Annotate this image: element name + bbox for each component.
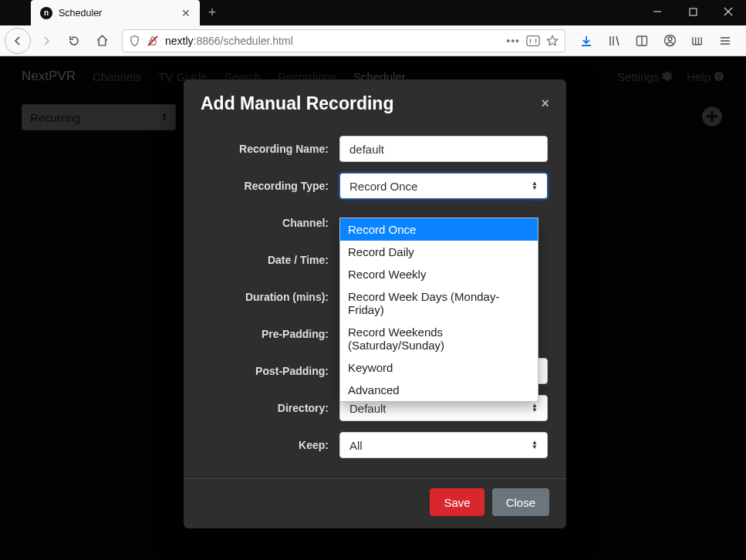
forward-button	[34, 29, 59, 53]
sidebar-icon[interactable]	[629, 29, 655, 53]
page-content: NextPVR Channels TV Guide Search Recordi…	[0, 56, 746, 560]
browser-tab[interactable]: n Scheduler ✕	[31, 0, 200, 25]
option-record-once[interactable]: Record Once	[340, 218, 538, 241]
svg-rect-1	[690, 8, 697, 15]
option-record-weekends[interactable]: Record Weekends (Saturday/Sunday)	[340, 321, 538, 356]
svg-point-10	[668, 37, 672, 41]
label-duration: Duration (mins):	[202, 291, 339, 303]
modal-footer: Save Close	[184, 478, 566, 516]
select-arrows-icon: ▲▼	[532, 403, 538, 413]
select-arrows-icon: ▲▼	[532, 181, 538, 191]
tab-title: Scheduler	[59, 8, 175, 19]
label-recording-type: Recording Type:	[202, 180, 339, 192]
label-recording-name: Recording Name:	[202, 143, 339, 155]
modal-close-icon[interactable]: ×	[541, 96, 549, 112]
library-icon[interactable]	[601, 29, 627, 53]
menu-icon[interactable]	[712, 29, 738, 53]
option-record-weekdays[interactable]: Record Week Days (Monday-Friday)	[340, 285, 538, 321]
insecure-lock-icon[interactable]	[147, 35, 159, 47]
add-manual-recording-modal: Add Manual Recording × Recording Name: d…	[184, 79, 566, 528]
label-keep: Keep:	[202, 439, 339, 451]
recording-type-dropdown: Record Once Record Daily Record Weekly R…	[339, 218, 538, 402]
extension-icon[interactable]	[684, 29, 711, 53]
option-keyword[interactable]: Keyword	[340, 356, 538, 379]
page-action-icon[interactable]: •••	[506, 35, 520, 47]
new-tab-button[interactable]: +	[200, 0, 224, 25]
close-button[interactable]: Close	[492, 488, 549, 516]
reload-button[interactable]	[62, 29, 86, 53]
label-channel: Channel:	[202, 217, 339, 229]
account-icon[interactable]	[657, 29, 683, 53]
bookmark-star-icon[interactable]	[546, 35, 559, 47]
home-button[interactable]	[89, 29, 114, 53]
favicon-icon: n	[40, 7, 52, 19]
modal-header: Add Manual Recording ×	[184, 79, 566, 122]
toolbar-right	[573, 29, 741, 53]
tab-strip: n Scheduler ✕ +	[0, 0, 224, 25]
save-button[interactable]: Save	[430, 488, 484, 516]
window-close-button[interactable]	[711, 0, 746, 23]
browser-titlebar: n Scheduler ✕ +	[0, 0, 746, 25]
close-tab-icon[interactable]: ✕	[181, 7, 191, 19]
shield-icon[interactable]	[129, 35, 140, 47]
downloads-icon[interactable]	[573, 29, 599, 53]
window-minimize-button[interactable]	[640, 0, 675, 23]
label-date-time: Date / Time:	[202, 254, 339, 266]
input-recording-name[interactable]: default	[339, 136, 548, 162]
option-advanced[interactable]: Advanced	[340, 379, 538, 401]
modal-title: Add Manual Recording	[201, 93, 393, 114]
select-recording-type[interactable]: Record Once ▲▼	[339, 173, 548, 199]
window-controls	[640, 0, 746, 23]
option-record-daily[interactable]: Record Daily	[340, 241, 538, 263]
svg-rect-6	[527, 35, 539, 46]
option-record-weekly[interactable]: Record Weekly	[340, 263, 538, 285]
select-keep[interactable]: All ▲▼	[339, 432, 548, 458]
window-maximize-button[interactable]	[675, 0, 711, 23]
select-arrows-icon: ▲▼	[532, 440, 538, 450]
back-button[interactable]	[5, 28, 31, 54]
label-post-padding: Post-Padding:	[202, 365, 339, 377]
url-bar[interactable]: nextly:8866/scheduler.html •••	[122, 29, 565, 52]
url-text: nextly:8866/scheduler.html	[165, 35, 500, 47]
label-pre-padding: Pre-Padding:	[202, 328, 339, 340]
label-directory: Directory:	[202, 402, 339, 414]
reader-icon[interactable]	[526, 35, 540, 47]
browser-navbar: nextly:8866/scheduler.html •••	[0, 25, 746, 56]
